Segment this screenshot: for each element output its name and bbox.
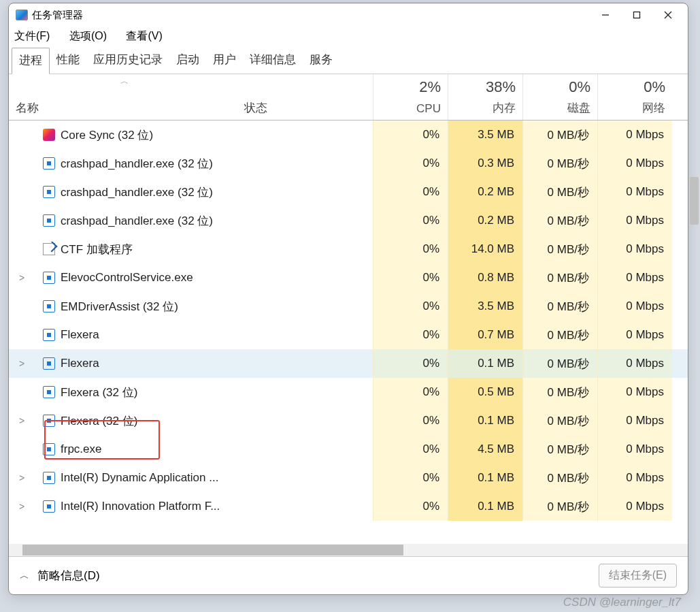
process-name: EMDriverAssist (32 位) — [61, 299, 178, 315]
process-cpu: 0% — [373, 406, 448, 435]
horizontal-scrollbar[interactable] — [9, 544, 688, 556]
process-mem: 3.5 MB — [448, 120, 522, 149]
tab-2[interactable]: 应用历史记录 — [86, 48, 169, 74]
titlebar[interactable]: 任务管理器 — [9, 3, 688, 27]
maximize-button[interactable] — [621, 5, 652, 25]
process-name: CTF 加载程序 — [61, 242, 133, 257]
table-header: ︿ 名称 状态 2% CPU 38% 内存 0% 磁盘 0% 网络 — [9, 74, 688, 120]
process-icon — [43, 214, 55, 227]
process-row[interactable]: Flexera0%0.7 MB0 MB/秒0 Mbps — [9, 321, 688, 349]
process-name: Intel(R) Dynamic Application ... — [61, 471, 218, 485]
process-disk: 0 MB/秒 — [522, 120, 597, 149]
process-disk: 0 MB/秒 — [522, 492, 597, 521]
process-net: 0 Mbps — [597, 492, 672, 521]
tab-3[interactable]: 启动 — [169, 48, 206, 74]
process-cpu: 0% — [373, 178, 448, 206]
column-network[interactable]: 0% 网络 — [597, 74, 672, 120]
process-name: Flexera — [61, 357, 99, 370]
process-net: 0 Mbps — [597, 349, 672, 378]
process-name: Flexera (32 位) — [61, 385, 137, 400]
disk-label: 磁盘 — [526, 100, 590, 116]
process-icon — [43, 300, 55, 312]
menu-view[interactable]: 查看(V) — [126, 30, 162, 42]
process-row[interactable]: >Intel(R) Innovation Platform F...0%0.1 … — [9, 492, 688, 521]
process-icon — [43, 329, 55, 341]
expand-icon[interactable]: > — [14, 501, 29, 512]
process-cpu: 0% — [373, 149, 448, 178]
process-row[interactable]: EMDriverAssist (32 位)0%3.5 MB0 MB/秒0 Mbp… — [9, 292, 688, 321]
column-name[interactable]: ︿ 名称 — [9, 74, 240, 120]
expand-icon[interactable]: > — [14, 415, 29, 426]
process-icon — [43, 357, 55, 370]
tab-1[interactable]: 性能 — [50, 48, 86, 74]
process-row[interactable]: Flexera (32 位)0%0.5 MB0 MB/秒0 Mbps — [9, 378, 688, 406]
process-icon — [43, 272, 55, 284]
process-net: 0 Mbps — [597, 120, 672, 149]
expand-icon[interactable]: > — [14, 472, 29, 483]
watermark: CSDN @learninger_lt7 — [563, 596, 681, 609]
process-cpu: 0% — [373, 206, 448, 235]
process-row[interactable]: crashpad_handler.exe (32 位)0%0.3 MB0 MB/… — [9, 149, 688, 178]
menu-file[interactable]: 文件(F) — [14, 30, 50, 42]
process-cpu: 0% — [373, 464, 448, 492]
process-row[interactable]: crashpad_handler.exe (32 位)0%0.2 MB0 MB/… — [9, 206, 688, 235]
minimize-button[interactable] — [590, 5, 621, 25]
end-task-button[interactable]: 结束任务(E) — [599, 564, 677, 587]
process-name: crashpad_handler.exe (32 位) — [61, 184, 213, 200]
column-cpu[interactable]: 2% CPU — [373, 74, 448, 120]
process-net: 0 Mbps — [597, 206, 672, 235]
process-cpu: 0% — [373, 235, 448, 263]
tab-5[interactable]: 详细信息 — [243, 48, 303, 74]
process-cpu: 0% — [373, 435, 448, 464]
process-table: ︿ 名称 状态 2% CPU 38% 内存 0% 磁盘 0% 网络 — [9, 74, 688, 556]
footer: ︿ 简略信息(D) 结束任务(E) — [9, 556, 688, 594]
tab-0[interactable]: 进程 — [12, 48, 50, 74]
process-icon — [43, 443, 55, 455]
column-memory[interactable]: 38% 内存 — [448, 74, 522, 120]
vertical-scrollbar-thumb[interactable] — [690, 177, 699, 225]
process-cpu: 0% — [373, 120, 448, 149]
column-disk[interactable]: 0% 磁盘 — [522, 74, 597, 120]
process-name: Intel(R) Innovation Platform F... — [61, 500, 220, 513]
process-row[interactable]: Core Sync (32 位)0%3.5 MB0 MB/秒0 Mbps — [9, 120, 688, 149]
cpu-percent: 2% — [376, 78, 441, 96]
process-mem: 0.1 MB — [448, 492, 522, 521]
net-percent: 0% — [601, 78, 665, 96]
process-disk: 0 MB/秒 — [522, 178, 597, 206]
mem-percent: 38% — [451, 78, 516, 96]
column-status[interactable]: 状态 — [240, 74, 373, 120]
process-icon — [43, 186, 55, 198]
process-net: 0 Mbps — [597, 321, 672, 349]
process-mem: 0.1 MB — [448, 464, 522, 492]
process-disk: 0 MB/秒 — [522, 263, 597, 292]
process-disk: 0 MB/秒 — [522, 292, 597, 321]
process-row[interactable]: >ElevocControlService.exe0%0.8 MB0 MB/秒0… — [9, 263, 688, 292]
expand-icon[interactable]: > — [14, 358, 29, 369]
process-disk: 0 MB/秒 — [522, 464, 597, 492]
process-mem: 0.3 MB — [448, 149, 522, 178]
process-disk: 0 MB/秒 — [522, 149, 597, 178]
column-status-label: 状态 — [244, 100, 369, 116]
hscroll-thumb[interactable] — [22, 545, 403, 555]
tab-6[interactable]: 服务 — [303, 48, 339, 74]
close-button[interactable] — [652, 5, 684, 25]
process-row[interactable]: CTF 加载程序0%14.0 MB0 MB/秒0 Mbps — [9, 235, 688, 263]
mem-label: 内存 — [451, 100, 516, 116]
process-disk: 0 MB/秒 — [522, 321, 597, 349]
tab-4[interactable]: 用户 — [206, 48, 243, 74]
process-row[interactable]: >Flexera0%0.1 MB0 MB/秒0 Mbps — [9, 349, 688, 378]
process-mem: 3.5 MB — [448, 292, 522, 321]
process-row[interactable]: >Intel(R) Dynamic Application ...0%0.1 M… — [9, 464, 688, 492]
fewer-details-label: 简略信息(D) — [37, 568, 100, 583]
process-name: ElevocControlService.exe — [61, 271, 193, 285]
fewer-details-button[interactable]: ︿ 简略信息(D) — [20, 568, 100, 583]
process-row[interactable]: crashpad_handler.exe (32 位)0%0.2 MB0 MB/… — [9, 178, 688, 206]
process-disk: 0 MB/秒 — [522, 435, 597, 464]
chevron-up-icon: ︿ — [20, 570, 29, 582]
process-net: 0 Mbps — [597, 149, 672, 178]
menu-options[interactable]: 选项(O) — [69, 30, 107, 42]
process-net: 0 Mbps — [597, 406, 672, 435]
process-row[interactable]: frpc.exe0%4.5 MB0 MB/秒0 Mbps — [9, 435, 688, 464]
expand-icon[interactable]: > — [14, 272, 29, 283]
process-row[interactable]: >Flexera (32 位)0%0.1 MB0 MB/秒0 Mbps — [9, 406, 688, 435]
